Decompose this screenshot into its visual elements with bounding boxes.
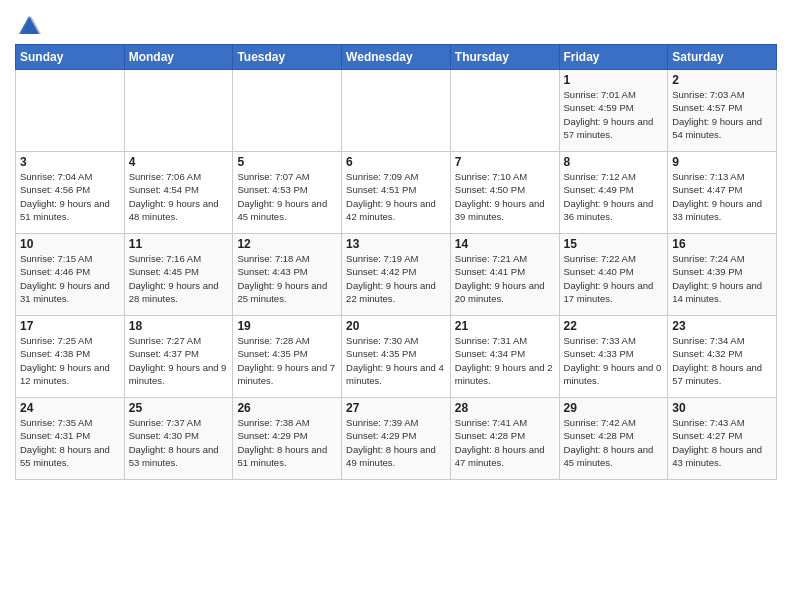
calendar-cell: 10Sunrise: 7:15 AM Sunset: 4:46 PM Dayli… [16, 234, 125, 316]
day-info: Sunrise: 7:37 AM Sunset: 4:30 PM Dayligh… [129, 416, 229, 469]
day-number: 16 [672, 237, 772, 251]
day-number: 23 [672, 319, 772, 333]
weekday-header-saturday: Saturday [668, 45, 777, 70]
calendar-cell: 13Sunrise: 7:19 AM Sunset: 4:42 PM Dayli… [342, 234, 451, 316]
day-info: Sunrise: 7:41 AM Sunset: 4:28 PM Dayligh… [455, 416, 555, 469]
logo-icon [17, 14, 41, 38]
day-info: Sunrise: 7:38 AM Sunset: 4:29 PM Dayligh… [237, 416, 337, 469]
day-info: Sunrise: 7:21 AM Sunset: 4:41 PM Dayligh… [455, 252, 555, 305]
day-info: Sunrise: 7:35 AM Sunset: 4:31 PM Dayligh… [20, 416, 120, 469]
day-number: 5 [237, 155, 337, 169]
weekday-header-tuesday: Tuesday [233, 45, 342, 70]
weekday-header-sunday: Sunday [16, 45, 125, 70]
calendar-cell: 29Sunrise: 7:42 AM Sunset: 4:28 PM Dayli… [559, 398, 668, 480]
day-number: 29 [564, 401, 664, 415]
calendar-cell: 17Sunrise: 7:25 AM Sunset: 4:38 PM Dayli… [16, 316, 125, 398]
day-number: 12 [237, 237, 337, 251]
day-number: 21 [455, 319, 555, 333]
calendar-cell [16, 70, 125, 152]
day-number: 22 [564, 319, 664, 333]
day-info: Sunrise: 7:09 AM Sunset: 4:51 PM Dayligh… [346, 170, 446, 223]
calendar-cell: 28Sunrise: 7:41 AM Sunset: 4:28 PM Dayli… [450, 398, 559, 480]
day-number: 6 [346, 155, 446, 169]
calendar-cell [450, 70, 559, 152]
day-info: Sunrise: 7:22 AM Sunset: 4:40 PM Dayligh… [564, 252, 664, 305]
calendar-cell [124, 70, 233, 152]
calendar-cell [342, 70, 451, 152]
weekday-header-thursday: Thursday [450, 45, 559, 70]
calendar-cell: 4Sunrise: 7:06 AM Sunset: 4:54 PM Daylig… [124, 152, 233, 234]
calendar-cell: 27Sunrise: 7:39 AM Sunset: 4:29 PM Dayli… [342, 398, 451, 480]
day-number: 27 [346, 401, 446, 415]
calendar-table: SundayMondayTuesdayWednesdayThursdayFrid… [15, 44, 777, 480]
calendar-cell: 12Sunrise: 7:18 AM Sunset: 4:43 PM Dayli… [233, 234, 342, 316]
day-number: 30 [672, 401, 772, 415]
day-info: Sunrise: 7:42 AM Sunset: 4:28 PM Dayligh… [564, 416, 664, 469]
day-info: Sunrise: 7:03 AM Sunset: 4:57 PM Dayligh… [672, 88, 772, 141]
day-info: Sunrise: 7:18 AM Sunset: 4:43 PM Dayligh… [237, 252, 337, 305]
calendar-cell: 20Sunrise: 7:30 AM Sunset: 4:35 PM Dayli… [342, 316, 451, 398]
day-number: 4 [129, 155, 229, 169]
header-row: SundayMondayTuesdayWednesdayThursdayFrid… [16, 45, 777, 70]
day-number: 11 [129, 237, 229, 251]
calendar-cell: 19Sunrise: 7:28 AM Sunset: 4:35 PM Dayli… [233, 316, 342, 398]
day-info: Sunrise: 7:30 AM Sunset: 4:35 PM Dayligh… [346, 334, 446, 387]
day-info: Sunrise: 7:24 AM Sunset: 4:39 PM Dayligh… [672, 252, 772, 305]
day-info: Sunrise: 7:10 AM Sunset: 4:50 PM Dayligh… [455, 170, 555, 223]
calendar-cell [233, 70, 342, 152]
calendar-cell: 5Sunrise: 7:07 AM Sunset: 4:53 PM Daylig… [233, 152, 342, 234]
day-info: Sunrise: 7:25 AM Sunset: 4:38 PM Dayligh… [20, 334, 120, 387]
day-info: Sunrise: 7:15 AM Sunset: 4:46 PM Dayligh… [20, 252, 120, 305]
calendar-cell: 22Sunrise: 7:33 AM Sunset: 4:33 PM Dayli… [559, 316, 668, 398]
day-info: Sunrise: 7:31 AM Sunset: 4:34 PM Dayligh… [455, 334, 555, 387]
day-info: Sunrise: 7:04 AM Sunset: 4:56 PM Dayligh… [20, 170, 120, 223]
calendar-cell: 2Sunrise: 7:03 AM Sunset: 4:57 PM Daylig… [668, 70, 777, 152]
day-number: 26 [237, 401, 337, 415]
calendar-cell: 15Sunrise: 7:22 AM Sunset: 4:40 PM Dayli… [559, 234, 668, 316]
calendar-cell: 8Sunrise: 7:12 AM Sunset: 4:49 PM Daylig… [559, 152, 668, 234]
calendar-cell: 23Sunrise: 7:34 AM Sunset: 4:32 PM Dayli… [668, 316, 777, 398]
day-info: Sunrise: 7:39 AM Sunset: 4:29 PM Dayligh… [346, 416, 446, 469]
day-number: 24 [20, 401, 120, 415]
day-info: Sunrise: 7:07 AM Sunset: 4:53 PM Dayligh… [237, 170, 337, 223]
weekday-header-wednesday: Wednesday [342, 45, 451, 70]
calendar-week-1: 1Sunrise: 7:01 AM Sunset: 4:59 PM Daylig… [16, 70, 777, 152]
calendar-cell: 6Sunrise: 7:09 AM Sunset: 4:51 PM Daylig… [342, 152, 451, 234]
day-number: 14 [455, 237, 555, 251]
day-info: Sunrise: 7:06 AM Sunset: 4:54 PM Dayligh… [129, 170, 229, 223]
calendar-cell: 7Sunrise: 7:10 AM Sunset: 4:50 PM Daylig… [450, 152, 559, 234]
calendar-cell: 11Sunrise: 7:16 AM Sunset: 4:45 PM Dayli… [124, 234, 233, 316]
calendar-week-5: 24Sunrise: 7:35 AM Sunset: 4:31 PM Dayli… [16, 398, 777, 480]
day-number: 17 [20, 319, 120, 333]
day-info: Sunrise: 7:43 AM Sunset: 4:27 PM Dayligh… [672, 416, 772, 469]
day-number: 13 [346, 237, 446, 251]
calendar-week-3: 10Sunrise: 7:15 AM Sunset: 4:46 PM Dayli… [16, 234, 777, 316]
day-number: 1 [564, 73, 664, 87]
day-info: Sunrise: 7:33 AM Sunset: 4:33 PM Dayligh… [564, 334, 664, 387]
header [15, 10, 777, 38]
calendar-cell: 16Sunrise: 7:24 AM Sunset: 4:39 PM Dayli… [668, 234, 777, 316]
calendar-cell: 18Sunrise: 7:27 AM Sunset: 4:37 PM Dayli… [124, 316, 233, 398]
weekday-header-monday: Monday [124, 45, 233, 70]
day-info: Sunrise: 7:12 AM Sunset: 4:49 PM Dayligh… [564, 170, 664, 223]
calendar-cell: 21Sunrise: 7:31 AM Sunset: 4:34 PM Dayli… [450, 316, 559, 398]
day-number: 3 [20, 155, 120, 169]
calendar-header: SundayMondayTuesdayWednesdayThursdayFrid… [16, 45, 777, 70]
day-number: 10 [20, 237, 120, 251]
day-info: Sunrise: 7:01 AM Sunset: 4:59 PM Dayligh… [564, 88, 664, 141]
day-number: 28 [455, 401, 555, 415]
day-info: Sunrise: 7:16 AM Sunset: 4:45 PM Dayligh… [129, 252, 229, 305]
day-info: Sunrise: 7:27 AM Sunset: 4:37 PM Dayligh… [129, 334, 229, 387]
weekday-header-friday: Friday [559, 45, 668, 70]
day-number: 25 [129, 401, 229, 415]
calendar-week-2: 3Sunrise: 7:04 AM Sunset: 4:56 PM Daylig… [16, 152, 777, 234]
day-number: 19 [237, 319, 337, 333]
logo [15, 14, 41, 38]
day-info: Sunrise: 7:28 AM Sunset: 4:35 PM Dayligh… [237, 334, 337, 387]
calendar-cell: 24Sunrise: 7:35 AM Sunset: 4:31 PM Dayli… [16, 398, 125, 480]
day-number: 20 [346, 319, 446, 333]
day-number: 9 [672, 155, 772, 169]
day-number: 18 [129, 319, 229, 333]
calendar-cell: 26Sunrise: 7:38 AM Sunset: 4:29 PM Dayli… [233, 398, 342, 480]
calendar-cell: 14Sunrise: 7:21 AM Sunset: 4:41 PM Dayli… [450, 234, 559, 316]
